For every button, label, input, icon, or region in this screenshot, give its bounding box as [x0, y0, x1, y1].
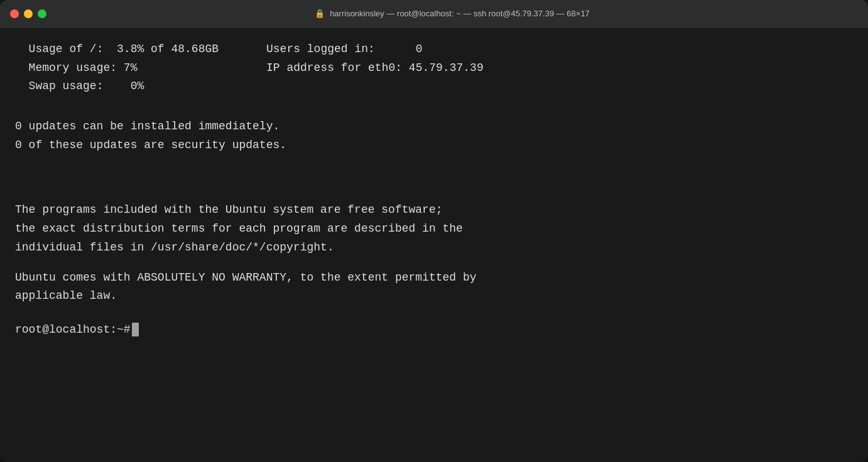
- ip-value: 45.79.37.39: [409, 62, 484, 74]
- warranty-line-2: applicable law.: [15, 287, 853, 306]
- swap-line: Swap usage: 0%: [15, 77, 266, 96]
- memory-line: Memory usage: 7%: [15, 59, 266, 78]
- programs-line-3: individual files in /usr/share/doc/*/cop…: [15, 239, 853, 257]
- updates-line-2: 0 of these updates are security updates.: [15, 136, 853, 155]
- system-info-section: Usage of /: 3.8% of 48.68GB Memory usage…: [15, 40, 853, 96]
- users-logged-in-label: Users logged in:: [266, 43, 375, 55]
- titlebar-text: harrisonkinsley — root@localhost: ~ — ss…: [330, 9, 590, 18]
- titlebar: 🔒 harrisonkinsley — root@localhost: ~ — …: [0, 0, 868, 28]
- ip-address-line: IP address for eth0: 45.79.37.39: [266, 59, 853, 78]
- warranty-line-1: Ubuntu comes with ABSOLUTELY NO WARRANTY…: [15, 269, 853, 287]
- traffic-lights: [10, 9, 46, 18]
- ip-label: IP address for eth0:: [266, 62, 402, 74]
- prompt-line[interactable]: root@localhost:~#: [15, 321, 853, 339]
- programs-line-1: The programs included with the Ubuntu sy…: [15, 201, 853, 220]
- warranty-section: Ubuntu comes with ABSOLUTELY NO WARRANTY…: [15, 269, 853, 306]
- spacer-1: [15, 99, 853, 117]
- swap-label: Swap usage:: [29, 80, 104, 92]
- disk-usage-label: Usage of /:: [29, 43, 104, 55]
- terminal-window: 🔒 harrisonkinsley — root@localhost: ~ — …: [0, 0, 868, 462]
- spacer-3: [15, 176, 853, 195]
- spacer-2: [15, 157, 853, 176]
- memory-value: 7%: [124, 62, 138, 74]
- close-button[interactable]: [10, 9, 19, 18]
- disk-usage-line: Usage of /: 3.8% of 48.68GB: [15, 40, 266, 59]
- system-info-left: Usage of /: 3.8% of 48.68GB Memory usage…: [15, 40, 266, 96]
- prompt-text: root@localhost:~#: [15, 321, 131, 339]
- titlebar-title: 🔒 harrisonkinsley — root@localhost: ~ — …: [46, 9, 858, 18]
- lock-icon: 🔒: [315, 9, 325, 18]
- terminal-cursor: [132, 323, 139, 336]
- minimize-button[interactable]: [24, 9, 33, 18]
- spacer-4: [15, 257, 853, 269]
- updates-line-1: 0 updates can be installed immediately.: [15, 117, 853, 136]
- swap-value: 0%: [131, 80, 144, 92]
- programs-line-2: the exact distribution terms for each pr…: [15, 220, 853, 239]
- terminal-body[interactable]: Usage of /: 3.8% of 48.68GB Memory usage…: [0, 28, 868, 462]
- system-info-right: Users logged in: 0 IP address for eth0: …: [266, 40, 853, 96]
- users-logged-in-line: Users logged in: 0: [266, 40, 853, 59]
- programs-section: The programs included with the Ubuntu sy…: [15, 201, 853, 257]
- memory-label: Memory usage:: [29, 62, 117, 74]
- users-logged-in-value: 0: [416, 43, 423, 55]
- updates-section: 0 updates can be installed immediately. …: [15, 117, 853, 154]
- disk-usage-value: 3.8% of 48.68GB: [117, 43, 219, 55]
- maximize-button[interactable]: [38, 9, 46, 18]
